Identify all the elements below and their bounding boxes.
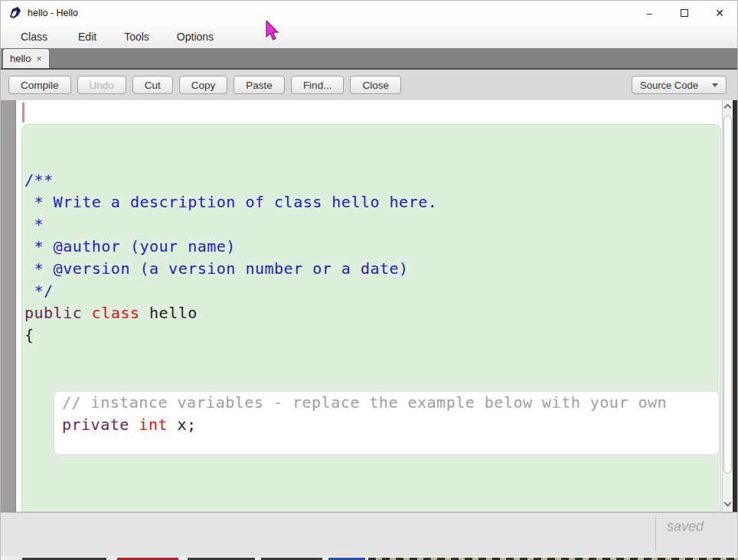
text-caret — [22, 103, 24, 122]
menu-tools[interactable]: Tools — [121, 31, 152, 43]
breakpoint-gutter[interactable] — [1, 100, 16, 512]
background-window-sliver — [1, 556, 737, 560]
menu-class[interactable]: Class — [18, 31, 51, 43]
scroll-down-icon[interactable] — [724, 500, 732, 507]
tab-hello[interactable]: hello × — [2, 48, 50, 68]
maximize-button[interactable] — [667, 1, 702, 25]
window-title: hello - Hello — [28, 8, 78, 18]
copy-button[interactable]: Copy — [179, 76, 228, 94]
code-line: */ — [22, 280, 720, 302]
maximize-icon — [681, 9, 688, 17]
code-line: /** — [22, 169, 720, 191]
undo-button[interactable]: Undo — [77, 76, 126, 94]
menu-edit[interactable]: Edit — [75, 31, 100, 43]
vertical-scrollbar[interactable] — [722, 100, 733, 512]
cut-button[interactable]: Cut — [132, 76, 173, 94]
code-line: * @version (a version number or a date) — [22, 258, 720, 280]
toolbar: Compile Undo Cut Copy Paste Find... Clos… — [1, 70, 737, 100]
code-line: // instance variables - replace the exam… — [54, 392, 719, 414]
scrollbar-thumb[interactable] — [723, 116, 732, 474]
tab-strip: hello × — [1, 48, 737, 70]
save-status: saved — [667, 519, 704, 535]
close-button[interactable]: ✕ — [702, 1, 737, 25]
tab-close-icon[interactable]: × — [36, 54, 41, 64]
code-line: * Write a description of class hello her… — [22, 191, 720, 213]
chevron-down-icon — [712, 83, 718, 87]
class-scope-block: /** * Write a description of class hello… — [21, 124, 721, 512]
find-button[interactable]: Find... — [291, 76, 345, 94]
code-line: { — [22, 324, 720, 347]
mouse-cursor — [266, 21, 282, 44]
close-icon: ✕ — [715, 7, 724, 19]
scroll-up-icon[interactable] — [724, 104, 732, 112]
minimize-button[interactable]: – — [632, 1, 667, 25]
code-line: * — [22, 213, 720, 236]
menu-bar: Class Edit Tools Options — [1, 25, 737, 48]
menu-options[interactable]: Options — [174, 31, 217, 43]
tab-label: hello — [10, 53, 31, 64]
minimize-icon: – — [646, 8, 651, 19]
view-mode-value: Source Code — [640, 80, 698, 91]
bluej-app-icon — [8, 6, 22, 20]
close-editor-button[interactable]: Close — [350, 76, 401, 94]
compile-button[interactable]: Compile — [8, 76, 71, 94]
window-right-edge — [733, 100, 737, 512]
code-editor[interactable]: /** * Write a description of class hello… — [1, 100, 737, 512]
editor-window: hello - Hello – ✕ Class Edit Tools Optio… — [0, 0, 738, 560]
view-mode-select[interactable]: Source Code — [632, 76, 727, 94]
code-line — [54, 436, 719, 455]
field-scope-box: // instance variables - replace the exam… — [54, 391, 720, 455]
code-line: private int x; — [54, 414, 719, 436]
status-divider — [655, 517, 656, 551]
title-bar: hello - Hello – ✕ — [1, 1, 737, 25]
code-line: public class hello — [22, 302, 720, 324]
class-header-code: /** * Write a description of class hello… — [22, 169, 720, 347]
code-line: * @author (your name) — [22, 236, 720, 258]
paste-button[interactable]: Paste — [233, 76, 285, 94]
status-bar: saved — [1, 512, 737, 556]
